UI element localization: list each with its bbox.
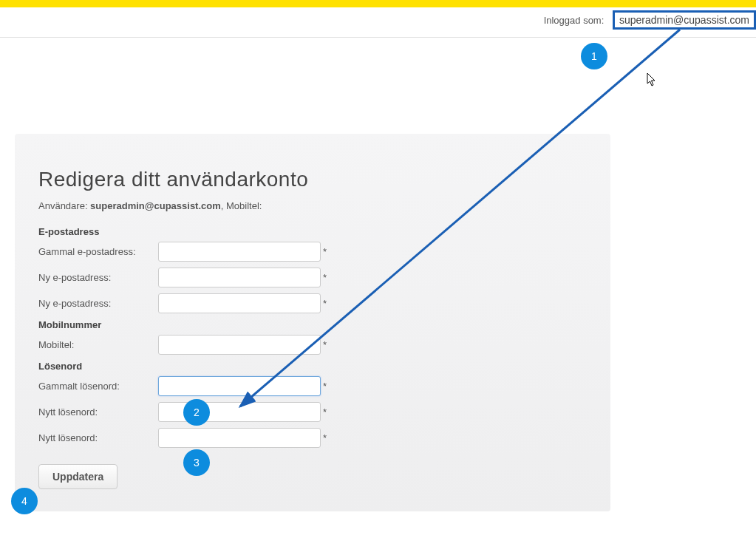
logged-in-user[interactable]: superadmin@cupassist.com [613,10,756,30]
old-password-label: Gammalt lösenord: [38,381,158,392]
new-email-label-1: Ny e-postadress: [38,272,158,283]
logged-in-label: Inloggad som: [544,15,605,26]
required-mark: * [323,246,327,257]
section-password: Lösenord [38,361,573,372]
top-yellow-bar [0,0,756,7]
new-password-input-1[interactable] [158,402,321,422]
new-email-input-2[interactable] [158,293,321,313]
new-email-input-1[interactable] [158,268,321,287]
section-mobile: Mobilnummer [38,319,573,330]
update-button[interactable]: Uppdatera [38,464,118,489]
new-email-label-2: Ny e-postadress: [38,298,158,309]
old-email-input[interactable] [158,242,321,262]
mobile-input[interactable] [158,335,321,355]
user-summary: Användare: superadmin@cupassist.com, Mob… [38,200,573,211]
cursor-icon [647,72,658,91]
edit-account-panel: Redigera ditt användarkonto Användare: s… [15,134,610,511]
annotation-badge-2: 2 [183,399,210,426]
required-mark: * [323,272,327,283]
mobile-label: Mobiltel: [38,339,158,350]
required-mark: * [323,406,327,418]
login-bar: Inloggad som: superadmin@cupassist.com [0,7,756,38]
required-mark: * [323,381,327,392]
new-password-label-2: Nytt lösenord: [38,432,158,443]
annotation-badge-1: 1 [581,43,607,69]
annotation-badge-3: 3 [183,449,210,476]
section-email: E-postadress [38,226,573,237]
page-title: Redigera ditt användarkonto [38,168,573,191]
new-password-input-2[interactable] [158,428,321,448]
annotation-badge-4: 4 [11,488,38,514]
new-password-label-1: Nytt lösenord: [38,406,158,418]
old-email-label: Gammal e-postadress: [38,246,158,257]
old-password-input[interactable] [158,376,321,396]
required-mark: * [323,339,327,350]
required-mark: * [323,432,327,443]
required-mark: * [323,298,327,309]
